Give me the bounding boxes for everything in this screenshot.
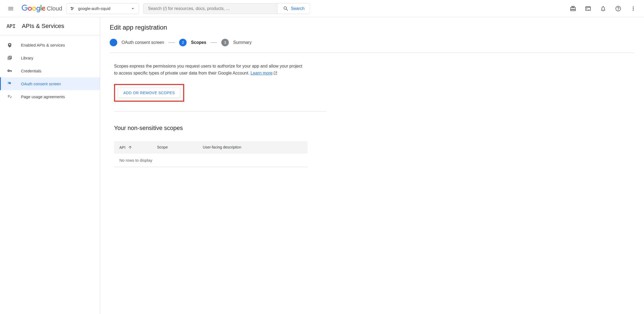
table-empty-state: No rows to display bbox=[114, 154, 308, 167]
svg-point-2 bbox=[71, 9, 73, 10]
step-oauth-consent[interactable]: OAuth consent screen bbox=[110, 39, 164, 46]
sidebar-item-label: Page usage agreements bbox=[21, 94, 65, 99]
sidebar-item-credentials[interactable]: Credentials bbox=[0, 64, 100, 77]
project-name-label: google-auth-squid bbox=[78, 6, 127, 11]
table-header: API Scope User-facing description bbox=[114, 141, 308, 154]
more-vert-icon bbox=[630, 5, 636, 12]
cloud-shell-button[interactable] bbox=[582, 2, 595, 15]
non-sensitive-scopes-title: Your non-sensitive scopes bbox=[114, 125, 634, 132]
search-input[interactable] bbox=[144, 6, 277, 11]
gift-icon bbox=[570, 5, 576, 12]
project-icon bbox=[70, 6, 75, 11]
chevron-down-icon bbox=[130, 6, 136, 11]
step-number: 2 bbox=[179, 39, 187, 46]
step-summary[interactable]: 3 Summary bbox=[221, 39, 251, 46]
check-icon bbox=[110, 39, 117, 46]
project-picker[interactable]: google-auth-squid bbox=[66, 3, 139, 14]
header: Cloud google-auth-squid Search bbox=[0, 0, 644, 17]
platform-name: Cloud bbox=[47, 5, 62, 12]
free-trial-button[interactable] bbox=[567, 2, 579, 15]
scopes-description: Scopes express the permissions you reque… bbox=[114, 63, 302, 76]
divider bbox=[110, 53, 634, 53]
step-connector bbox=[211, 43, 217, 43]
sidebar-item-enabled-apis[interactable]: Enabled APIs & services bbox=[0, 38, 100, 51]
help-icon bbox=[615, 5, 621, 12]
search-button[interactable]: Search bbox=[277, 3, 310, 14]
step-label: Summary bbox=[233, 40, 251, 45]
external-link-icon bbox=[273, 71, 277, 75]
sidebar: API APIs & Services Enabled APIs & servi… bbox=[0, 17, 100, 314]
main-content: Edit app registration OAuth consent scre… bbox=[100, 17, 644, 314]
section-divider bbox=[114, 111, 326, 112]
step-number: 3 bbox=[221, 39, 229, 46]
column-header-description[interactable]: User-facing description bbox=[203, 145, 302, 150]
library-icon bbox=[7, 55, 12, 60]
svg-point-1 bbox=[72, 7, 74, 9]
step-label: OAuth consent screen bbox=[122, 40, 164, 45]
learn-more-link[interactable]: Learn more bbox=[251, 71, 277, 75]
svg-point-0 bbox=[71, 7, 72, 8]
svg-point-3 bbox=[10, 97, 11, 98]
search-button-label: Search bbox=[291, 6, 305, 11]
help-button[interactable] bbox=[612, 2, 625, 15]
notifications-button[interactable] bbox=[597, 2, 610, 15]
google-cloud-logo[interactable]: Cloud bbox=[22, 5, 62, 13]
search-box: Search bbox=[143, 3, 310, 14]
sidebar-title: APIs & Services bbox=[22, 23, 64, 30]
google-logo-icon bbox=[22, 5, 46, 13]
sidebar-header: API APIs & Services bbox=[0, 17, 100, 35]
terminal-icon bbox=[585, 5, 591, 12]
column-header-api[interactable]: API bbox=[119, 145, 157, 150]
sidebar-item-label: Credentials bbox=[21, 69, 41, 73]
highlight-box: ADD OR REMOVE SCOPES bbox=[114, 84, 184, 102]
search-icon bbox=[283, 6, 289, 12]
scopes-table: API Scope User-facing description No row… bbox=[114, 141, 308, 167]
add-remove-scopes-button[interactable]: ADD OR REMOVE SCOPES bbox=[118, 88, 180, 98]
menu-icon bbox=[8, 5, 14, 12]
api-badge-icon: API bbox=[6, 23, 15, 29]
sidebar-item-label: OAuth consent screen bbox=[21, 82, 61, 86]
page-title: Edit app registration bbox=[110, 24, 634, 31]
hamburger-menu-button[interactable] bbox=[4, 2, 17, 15]
step-label: Scopes bbox=[191, 40, 206, 45]
bell-icon bbox=[600, 5, 606, 12]
page-usage-icon bbox=[7, 94, 12, 99]
sidebar-item-oauth-consent[interactable]: OAuth consent screen bbox=[0, 77, 100, 90]
oauth-consent-icon bbox=[7, 81, 12, 86]
step-connector bbox=[168, 43, 175, 43]
more-options-button[interactable] bbox=[627, 2, 640, 15]
credentials-icon bbox=[7, 68, 12, 73]
sidebar-item-page-usage[interactable]: Page usage agreements bbox=[0, 90, 100, 103]
sort-asc-icon bbox=[128, 145, 133, 150]
column-header-scope[interactable]: Scope bbox=[157, 145, 203, 150]
sidebar-item-label: Enabled APIs & services bbox=[21, 43, 65, 47]
sidebar-item-library[interactable]: Library bbox=[0, 51, 100, 64]
sidebar-item-label: Library bbox=[21, 56, 33, 60]
stepper: OAuth consent screen 2 Scopes 3 Summary bbox=[110, 39, 634, 46]
enabled-apis-icon bbox=[7, 43, 12, 47]
step-scopes[interactable]: 2 Scopes bbox=[179, 39, 206, 46]
